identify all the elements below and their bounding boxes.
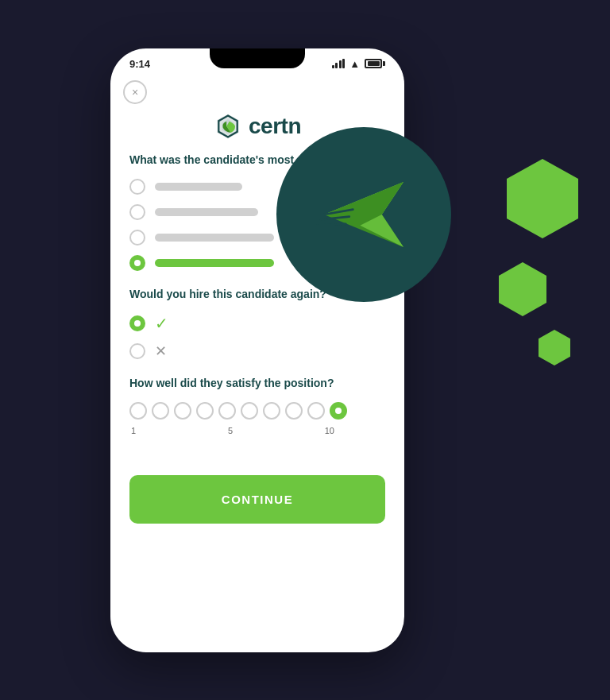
yn-yes[interactable]: ✓	[129, 314, 385, 333]
close-icon: ×	[132, 86, 138, 99]
option-bar-3	[155, 234, 274, 242]
scale-row	[129, 402, 385, 420]
paper-plane-circle	[276, 127, 451, 302]
option-bar-2	[155, 208, 258, 216]
hex-medium	[499, 262, 546, 316]
option-bar-1	[155, 183, 242, 191]
scale-labels: 1 5 10	[129, 426, 336, 435]
scale-10-selected[interactable]	[330, 402, 347, 420]
scale-label-1: 1	[131, 426, 136, 435]
svg-line-5	[317, 224, 346, 226]
certn-logo-icon	[214, 112, 242, 141]
yes-checkmark: ✓	[155, 314, 168, 333]
yn-no[interactable]: ✕	[129, 342, 385, 360]
scale-3[interactable]	[174, 402, 191, 420]
scale-5[interactable]	[218, 402, 236, 420]
scale-2[interactable]	[152, 402, 169, 420]
signal-icon	[332, 59, 346, 68]
no-radio[interactable]	[129, 343, 145, 359]
scale-6[interactable]	[241, 402, 258, 420]
yes-radio[interactable]	[129, 315, 145, 331]
scale-1[interactable]	[129, 402, 147, 420]
no-crossmark: ✕	[155, 342, 167, 360]
scale-label-5: 5	[228, 426, 233, 435]
radio-circle-4-selected[interactable]	[129, 255, 145, 271]
scale-label-10: 10	[325, 426, 334, 435]
phone-notch	[210, 48, 305, 68]
scale-9[interactable]	[307, 402, 325, 420]
radio-circle-1[interactable]	[129, 179, 145, 195]
scale-7[interactable]	[263, 402, 280, 420]
hex-small	[539, 330, 570, 365]
option-bar-4-selected	[155, 259, 274, 267]
close-button[interactable]: ×	[123, 80, 147, 104]
status-icons: ▲	[332, 58, 385, 70]
continue-button[interactable]: CONTINUE	[129, 475, 385, 524]
certn-logo-text: certn	[249, 114, 301, 139]
hex-large	[507, 159, 578, 238]
time-display: 9:14	[129, 58, 150, 70]
question-3-label: How well did they satisfy the position?	[129, 376, 385, 392]
scale-8[interactable]	[285, 402, 303, 420]
scale-4[interactable]	[196, 402, 214, 420]
paper-plane-icon	[316, 175, 411, 254]
battery-icon	[365, 59, 385, 68]
wifi-icon: ▲	[349, 58, 360, 70]
question-3: How well did they satisfy the position? …	[129, 376, 385, 436]
radio-circle-2[interactable]	[129, 204, 145, 220]
radio-circle-3[interactable]	[129, 230, 145, 246]
